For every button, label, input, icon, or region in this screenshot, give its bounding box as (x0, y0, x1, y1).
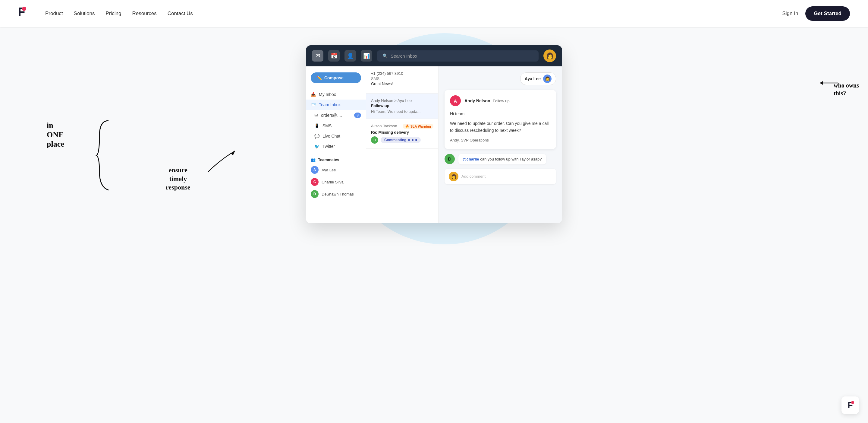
logo[interactable]: F (18, 6, 33, 21)
comment-text: can you follow up with Taylor asap? (480, 157, 541, 162)
livechat-icon: 💬 (314, 134, 319, 139)
sign-in-link[interactable]: Sign In (782, 10, 798, 17)
nav-resources[interactable]: Resources (132, 10, 157, 17)
inbox-sms-type: SMS (371, 76, 433, 81)
comment-input-avatar: 👩 (449, 172, 458, 181)
inbox-followup-subject: Follow up (371, 104, 433, 108)
commenting-row: D Commenting (371, 136, 433, 144)
dot2 (412, 139, 413, 141)
contacts-icon[interactable]: 👤 (344, 50, 356, 61)
add-comment-input[interactable]: 👩 Add comment (444, 169, 556, 185)
twitter-label: Twitter (322, 144, 361, 149)
team-inbox-icon: 📨 (311, 102, 316, 107)
teammates-icon: 👥 (311, 158, 315, 162)
sidebar: ✏️ Compose 📥 My Inbox 📨 Team Inbox ✉ ord… (306, 66, 366, 223)
compose-button[interactable]: ✏️ Compose (311, 73, 361, 83)
nav-product[interactable]: Product (45, 10, 63, 17)
add-comment-placeholder: Add comment (461, 174, 486, 179)
comment-item: D @charlie can you follow up with Taylor… (444, 154, 556, 164)
sms-icon: 📱 (314, 123, 319, 128)
sidebar-sms[interactable]: 📱 SMS (306, 121, 366, 131)
teammate-charlie-name: Charlie Silva (321, 180, 344, 185)
nav-right: Sign In Get Started (782, 6, 850, 21)
inbox-item-missing[interactable]: Alison Jackson 🔥 SLA Warning Re: Missing… (366, 119, 438, 149)
brace-annotation (93, 118, 112, 193)
message-body-1: Hi team, (450, 110, 551, 117)
teammate-aya-avatar: A (311, 166, 318, 174)
annotation-in-one-place: inONEplace (47, 121, 64, 149)
inbox-missing-subject: Re: Missing delivery (371, 130, 433, 135)
annotation-who-owns: who ownsthis? (834, 81, 859, 97)
orders-icon: ✉ (314, 113, 318, 118)
livechat-label: Live Chat (322, 134, 361, 139)
app-mockup: ✉ 📅 👤 📊 🔍 Search Inbox 👩 ✏️ Compose 📥 (306, 45, 562, 223)
svg-marker-1 (820, 81, 823, 85)
inbox-phone: +1 (234) 567 8910 (371, 71, 433, 76)
get-started-button[interactable]: Get Started (805, 6, 850, 21)
analytics-icon[interactable]: 📊 (361, 50, 372, 61)
message-card: A Andy Nelson Follow up Hi team, We need… (444, 90, 556, 149)
user-avatar-topbar[interactable]: 👩 (544, 50, 556, 62)
hero-section: inONEplace ✉ 📅 👤 📊 🔍 Search Inbox 👩 ✏️ (0, 27, 868, 247)
inbox-icon[interactable]: ✉ (312, 50, 323, 61)
teammate-deshawn-avatar: D (311, 190, 318, 198)
compose-icon: ✏️ (317, 76, 322, 80)
teammate-charlie[interactable]: C Charlie Silva (306, 176, 366, 188)
inbox-sms-preview: Great News! (371, 81, 433, 86)
message-sender-avatar: A (450, 95, 461, 106)
sidebar-section-inbox: 📥 My Inbox 📨 Team Inbox ✉ orders@.... 3 … (306, 89, 366, 151)
team-inbox-label: Team Inbox (319, 102, 361, 107)
who-owns-arrow (817, 74, 841, 92)
sidebar-my-inbox[interactable]: 📥 My Inbox (306, 89, 366, 100)
ensure-timely-arrow (202, 145, 238, 175)
orders-label: orders@.... (321, 113, 351, 118)
nav-links: Product Solutions Pricing Resources Cont… (45, 10, 193, 17)
comment-avatar: D (444, 154, 455, 164)
my-inbox-label: My Inbox (319, 92, 361, 97)
teammate-deshawn[interactable]: D DeShawn Thomas (306, 188, 366, 200)
conversation-panel: Aya Lee 👩 A Andy Nelson Follow up Hi tea… (438, 66, 562, 223)
inbox-followup-body: Hi Team, We need to upda... (371, 109, 433, 114)
compose-label: Compose (324, 76, 344, 80)
message-sender-name: Andy Nelson (464, 98, 490, 103)
navbar: F Product Solutions Pricing Resources Co… (0, 0, 868, 27)
app-topbar: ✉ 📅 👤 📊 🔍 Search Inbox 👩 (306, 45, 562, 66)
orders-badge: 3 (354, 113, 361, 118)
search-bar[interactable]: 🔍 Search Inbox (377, 50, 538, 61)
inbox-followup-sender: Andy Nelson > Aya Lee (371, 98, 433, 103)
teammate-charlie-avatar: C (311, 178, 318, 186)
logo-f: F (18, 5, 25, 18)
mention: @charlie (463, 157, 479, 162)
search-placeholder: Search Inbox (391, 53, 417, 59)
commenting-label: Commenting (384, 138, 406, 142)
inbox-list: +1 (234) 567 8910 SMS Great News! Andy N… (366, 66, 438, 223)
dot3 (415, 139, 417, 141)
assignee-row: Aya Lee 👩 (444, 73, 556, 85)
teammate-aya[interactable]: A Aya Lee (306, 164, 366, 176)
inbox-missing-sender: Alison Jackson (371, 124, 397, 128)
message-signature: Andy, SVP Operations (450, 137, 551, 144)
sidebar-twitter[interactable]: 🐦 Twitter (306, 141, 366, 151)
search-icon: 🔍 (382, 53, 388, 58)
nav-contact[interactable]: Contact Us (167, 10, 193, 17)
commenting-badge: Commenting (381, 137, 421, 143)
nav-left: F Product Solutions Pricing Resources Co… (18, 6, 193, 21)
sms-label: SMS (322, 123, 361, 128)
inbox-item-followup[interactable]: Andy Nelson > Aya Lee Follow up Hi Team,… (366, 93, 438, 119)
my-inbox-icon: 📥 (311, 92, 316, 97)
sidebar-team-inbox[interactable]: 📨 Team Inbox (306, 100, 366, 110)
sidebar-livechat[interactable]: 💬 Live Chat (306, 131, 366, 141)
calendar-icon[interactable]: 📅 (328, 50, 340, 61)
dot1 (408, 139, 410, 141)
svg-marker-0 (230, 151, 235, 156)
inbox-item-sms[interactable]: +1 (234) 567 8910 SMS Great News! (366, 66, 438, 93)
message-tag: Follow up (493, 98, 510, 103)
assignee-name: Aya Lee (525, 76, 541, 81)
comment-bubble: @charlie can you follow up with Taylor a… (458, 154, 546, 164)
sidebar-orders[interactable]: ✉ orders@.... 3 (306, 110, 366, 121)
message-header: A Andy Nelson Follow up (450, 95, 551, 106)
assignee-chip[interactable]: Aya Lee 👩 (520, 73, 556, 85)
nav-solutions[interactable]: Solutions (74, 10, 95, 17)
teammates-header: 👥 Teammates (306, 154, 366, 164)
nav-pricing[interactable]: Pricing (106, 10, 121, 17)
